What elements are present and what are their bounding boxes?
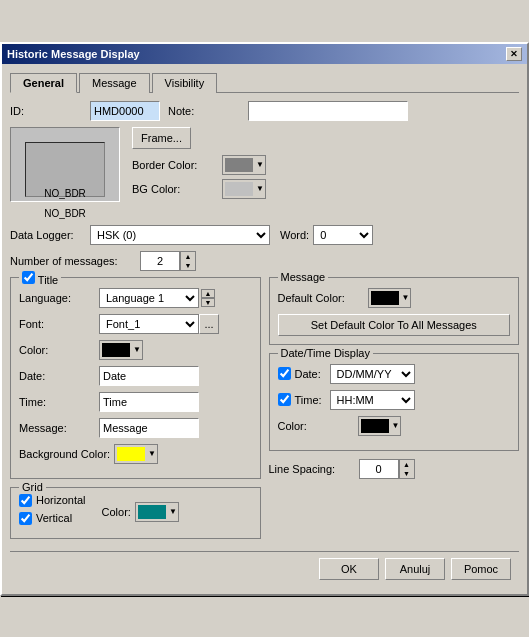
dt-color-swatch[interactable]: ▼ [358, 416, 402, 436]
vertical-checkbox[interactable] [19, 512, 32, 525]
main-window: Historic Message Display ✕ General Messa… [0, 42, 529, 596]
horizontal-checkbox[interactable] [19, 494, 32, 507]
footer-bar: OK Anuluj Pomoc [10, 551, 519, 586]
datetime-section: Date/Time Display Date: DD/MM/YY [269, 353, 520, 451]
font-browse-button[interactable]: ... [199, 314, 219, 334]
language-select[interactable]: Language 1 [99, 288, 199, 308]
tab-visibility[interactable]: Visibility [152, 73, 218, 93]
bg-color-row: Background Color: ▼ [19, 444, 252, 464]
grid-section-label: Grid [19, 481, 46, 493]
ok-button[interactable]: OK [319, 558, 379, 580]
line-spacing-input[interactable] [359, 459, 399, 479]
bg-color-title-label: Background Color: [19, 448, 114, 460]
cancel-button[interactable]: Anuluj [385, 558, 445, 580]
title-section: Title Language: Language 1 ▲ ▼ [10, 277, 261, 479]
num-messages-row: Number of messages: ▲ ▼ [10, 251, 519, 271]
font-row: Font: Font_1 ... [19, 314, 252, 334]
two-col-layout: Title Language: Language 1 ▲ ▼ [10, 277, 519, 547]
horizontal-row: Horizontal [19, 494, 86, 507]
language-down-icon[interactable]: ▼ [201, 298, 215, 307]
time-row: Time: [19, 392, 252, 412]
title-bar: Historic Message Display ✕ [2, 44, 527, 64]
spinner-down-icon[interactable]: ▼ [181, 261, 195, 270]
set-default-btn-row: Set Default Color To All Messages [278, 314, 511, 336]
line-spacing-down-icon[interactable]: ▼ [400, 469, 414, 478]
time-label: Time: [19, 396, 99, 408]
grid-section: Grid Horizontal Vertical [10, 487, 261, 539]
note-label: Note: [168, 105, 248, 117]
default-color-label: Default Color: [278, 292, 368, 304]
frame-controls: Frame... Border Color: ▼ BG Color: ▼ [132, 127, 266, 205]
id-field[interactable] [90, 101, 160, 121]
window-body: General Message Visibility ID: Note: NO_… [2, 64, 527, 594]
bg-color-swatch[interactable]: ▼ [222, 179, 266, 199]
set-default-color-button[interactable]: Set Default Color To All Messages [278, 314, 511, 336]
no-bdr-text: NO_BDR [10, 208, 120, 219]
dt-color-arrow-icon: ▼ [391, 421, 401, 430]
font-label: Font: [19, 318, 99, 330]
num-messages-spinner: ▲ ▼ [180, 251, 196, 271]
font-select[interactable]: Font_1 [99, 314, 199, 334]
time-input[interactable] [99, 392, 199, 412]
word-label: Word: [280, 229, 309, 241]
border-color-swatch[interactable]: ▼ [222, 155, 266, 175]
preview-area-row: NO_BDR Frame... Border Color: ▼ BG Color… [10, 127, 519, 205]
border-color-label: Border Color: [132, 159, 222, 171]
message-input[interactable] [99, 418, 199, 438]
line-spacing-up-icon[interactable]: ▲ [400, 460, 414, 469]
no-bdr-label-row: NO_BDR [10, 207, 519, 219]
line-spacing-spinner: ▲ ▼ [399, 459, 415, 479]
default-color-swatch[interactable]: ▼ [368, 288, 412, 308]
close-button[interactable]: ✕ [506, 47, 522, 61]
data-logger-select[interactable]: HSK (0) [90, 225, 270, 245]
language-up-icon[interactable]: ▲ [201, 289, 215, 298]
language-row: Language: Language 1 ▲ ▼ [19, 288, 252, 308]
note-field[interactable] [248, 101, 408, 121]
date-input[interactable] [99, 366, 199, 386]
num-messages-label: Number of messages: [10, 255, 140, 267]
grid-color-label: Color: [102, 506, 131, 518]
dt-time-format-select[interactable]: HH:MM [330, 390, 415, 410]
dt-date-format-select[interactable]: DD/MM/YY [330, 364, 415, 384]
title-checkbox[interactable] [22, 271, 35, 284]
spinner-up-icon[interactable]: ▲ [181, 252, 195, 261]
grid-content: Horizontal Vertical Color: ▼ [19, 494, 252, 530]
color-label: Color: [19, 344, 99, 356]
dt-time-row: Time: HH:MM [278, 390, 511, 410]
title-color-swatch[interactable]: ▼ [99, 340, 143, 360]
dt-date-label: Date: [295, 368, 330, 380]
line-spacing-row: Line Spacing: ▲ ▼ [269, 459, 520, 479]
id-note-row: ID: Note: [10, 101, 519, 121]
id-label: ID: [10, 105, 90, 117]
num-messages-input[interactable] [140, 251, 180, 271]
horizontal-label: Horizontal [36, 494, 86, 506]
vertical-row: Vertical [19, 512, 86, 525]
message-row: Message: [19, 418, 252, 438]
border-color-arrow-icon: ▼ [255, 160, 265, 169]
tab-general[interactable]: General [10, 73, 77, 93]
grid-checkboxes: Horizontal Vertical [19, 494, 86, 530]
line-spacing-label: Line Spacing: [269, 463, 359, 475]
window-title: Historic Message Display [7, 48, 140, 60]
word-select[interactable]: 0 [313, 225, 373, 245]
tab-message[interactable]: Message [79, 73, 150, 93]
help-button[interactable]: Pomoc [451, 558, 511, 580]
bg-color-label: BG Color: [132, 183, 222, 195]
color-row: Color: ▼ [19, 340, 252, 360]
bg-color-title-swatch[interactable]: ▼ [114, 444, 158, 464]
dt-time-checkbox[interactable] [278, 393, 291, 406]
frame-button[interactable]: Frame... [132, 127, 191, 149]
right-col: Message Default Color: ▼ Set Default Col… [269, 277, 520, 547]
message-section: Message Default Color: ▼ Set Default Col… [269, 277, 520, 345]
preview-label: NO_BDR [44, 188, 86, 199]
left-col: Title Language: Language 1 ▲ ▼ [10, 277, 261, 547]
dt-color-label: Color: [278, 420, 358, 432]
bg-color-arrow-icon: ▼ [255, 184, 265, 193]
grid-color-swatch[interactable]: ▼ [135, 502, 179, 522]
date-row: Date: [19, 366, 252, 386]
grid-color-row: Color: ▼ [102, 502, 179, 522]
data-logger-row: Data Logger: HSK (0) Word: 0 [10, 225, 519, 245]
title-section-label: Title [19, 271, 61, 286]
grid-color-arrow-icon: ▼ [168, 507, 178, 516]
dt-date-checkbox[interactable] [278, 367, 291, 380]
